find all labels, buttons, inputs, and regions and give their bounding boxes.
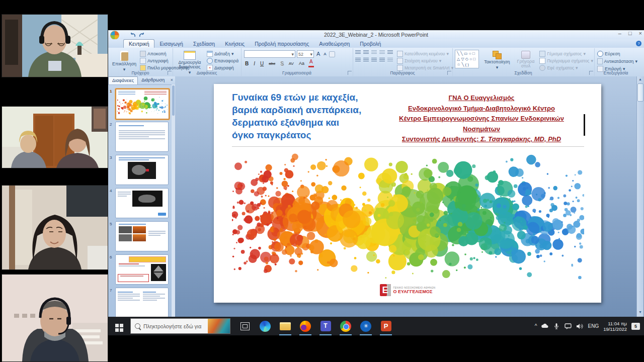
video-feed-4[interactable]	[2, 274, 108, 362]
close-button[interactable]: ×	[639, 30, 642, 36]
drawing-dialog-launcher[interactable]	[589, 71, 593, 75]
letterbox-bottom	[108, 335, 644, 336]
panel-tab-slides[interactable]: Διαφάνειες	[108, 76, 138, 84]
start-button[interactable]	[108, 320, 130, 332]
slide-title: Γυναίκα 69 ετών με καχεξία, βαριά καρδια…	[232, 91, 378, 141]
numbering-button[interactable]	[363, 50, 369, 55]
underline-button[interactable]: U	[259, 60, 265, 67]
chat-icon[interactable]	[565, 323, 572, 329]
onedrive-icon[interactable]	[541, 323, 548, 329]
video-feed-2[interactable]	[2, 106, 108, 168]
tray-expand-icon[interactable]: ^	[535, 323, 537, 329]
group-font: ▾ 52▾ A A B I U abc S AV Aa A	[241, 48, 353, 76]
tab-insert[interactable]: Εισαγωγή	[154, 40, 188, 48]
video-feed-1[interactable]	[2, 14, 108, 77]
tab-home[interactable]: Κεντρική	[123, 39, 154, 48]
align-text-icon	[397, 58, 403, 64]
tab-animations[interactable]: Κινήσεις	[220, 40, 250, 48]
panel-tab-outline[interactable]: Διάρθρωση	[138, 76, 168, 84]
shrink-font-button[interactable]: A	[323, 51, 327, 57]
taskbar-file-explorer[interactable]	[279, 320, 292, 333]
italic-button[interactable]: I	[253, 60, 256, 67]
slide-thumbnail-5[interactable]: 5	[115, 221, 170, 250]
line-spacing-button[interactable]	[387, 50, 393, 55]
replace-icon	[597, 58, 603, 64]
tab-review[interactable]: Αναθεώρηση	[314, 40, 355, 48]
speaker-icon[interactable]	[576, 323, 583, 329]
tab-design[interactable]: Σχεδίαση	[188, 40, 220, 48]
paragraph-dialog-launcher[interactable]	[447, 71, 451, 75]
grow-font-button[interactable]: A	[315, 51, 321, 57]
taskbar-search[interactable]: Πληκτρολογήστε εδώ για	[130, 318, 230, 334]
layout-button[interactable]: Διάταξη▾	[207, 51, 238, 57]
panel-close-icon[interactable]: ×	[169, 76, 175, 84]
clipboard-dialog-launcher[interactable]	[168, 71, 172, 75]
font-size-select[interactable]: 52▾	[297, 50, 314, 58]
shapes-gallery[interactable]: ╲ ╲ ▭ ○ □ △ ▽ ◇ ○ □ ☆ ╲ ( )	[455, 50, 479, 68]
strikethrough-button[interactable]: abc	[268, 60, 276, 67]
shape-outline-button[interactable]: Περίγραμμα σχήματος▾	[539, 58, 593, 64]
hospital-name-large: Ο ΕΥΑΓΓΕΛΙΣΜΟΣ	[393, 289, 436, 294]
language-badge[interactable]: ENG	[588, 323, 599, 329]
slide-thumbnail-6[interactable]: 6	[115, 254, 170, 284]
align-left-button[interactable]	[355, 58, 361, 62]
bold-button[interactable]: B	[244, 60, 250, 67]
taskbar-edge[interactable]	[259, 320, 272, 333]
tab-slideshow[interactable]: Προβολή παρουσίασης	[250, 40, 314, 48]
character-spacing-button[interactable]: AV	[288, 60, 295, 67]
slide-thumbnail-3[interactable]: 3	[115, 155, 170, 184]
microphone-icon[interactable]	[553, 323, 560, 329]
participant-1-video	[2, 15, 108, 77]
rainbow-splatter-graphic	[232, 150, 584, 287]
slide-scrollbar[interactable]: ▲ ▼ ▲ ▼	[636, 76, 643, 328]
slide-thumbnail-2[interactable]: 2	[115, 122, 170, 151]
clear-formatting-button[interactable]	[329, 51, 335, 57]
minimize-button[interactable]: –	[618, 30, 621, 36]
align-text-button[interactable]: Στοίχιση κειμένου▾	[397, 58, 453, 64]
decrease-indent-button[interactable]	[371, 50, 377, 55]
bullets-button[interactable]	[355, 50, 361, 55]
current-slide[interactable]: Γυναίκα 69 ετών με καχεξία, βαριά καρδια…	[214, 84, 601, 303]
search-daily-image[interactable]	[208, 319, 230, 333]
align-center-button[interactable]	[363, 58, 369, 62]
taskbar-webex[interactable]	[359, 320, 372, 333]
notification-center-icon[interactable]: 5	[631, 323, 640, 330]
slide-thumbnail-4[interactable]: 4	[115, 188, 170, 217]
shape-fill-button[interactable]: Γέμισμα σχήματος▾	[539, 51, 593, 57]
tab-view[interactable]: Προβολή	[355, 40, 386, 48]
panel-scrollbar[interactable]	[172, 84, 175, 328]
video-feed-3[interactable]	[2, 185, 108, 270]
increase-indent-button[interactable]	[379, 50, 385, 55]
powerpoint-icon: P	[381, 321, 391, 331]
font-dialog-launcher[interactable]	[348, 71, 352, 75]
ribbon: Επικόλληση▾ Αποκοπή Αντιγραφή Πινέλο μορ…	[108, 48, 644, 77]
align-right-button[interactable]	[371, 58, 377, 62]
shared-screen: 2022_3E_Webinar_2 - Microsoft PowerPoint…	[108, 30, 644, 336]
scroll-down-icon[interactable]: ▼	[637, 309, 643, 315]
taskbar-teams[interactable]: T	[319, 320, 332, 333]
scroll-thumb[interactable]	[637, 83, 643, 102]
replace-button[interactable]: Αντικατάσταση▾	[597, 58, 637, 64]
scroll-up-icon[interactable]: ▲	[637, 76, 643, 82]
maximize-button[interactable]: □	[628, 30, 632, 36]
justify-button[interactable]	[379, 58, 385, 62]
taskbar-chrome[interactable]	[339, 320, 352, 333]
slide-thumbnails: 1 2 3	[108, 84, 172, 328]
columns-button[interactable]	[387, 58, 393, 62]
paste-button[interactable]: Επικόλληση▾	[110, 50, 138, 73]
find-button[interactable]: Εύρεση	[597, 51, 637, 57]
reset-button[interactable]: Επαναφορά	[207, 58, 238, 64]
slide-thumbnail-1[interactable]: 1	[115, 88, 170, 118]
font-color-button[interactable]: A	[308, 59, 314, 67]
task-view-button[interactable]	[238, 320, 252, 333]
font-name-select[interactable]: ▾	[244, 50, 295, 58]
help-icon[interactable]: ?	[636, 41, 641, 46]
text-direction-button[interactable]: Κατεύθυνση κειμένου▾	[397, 51, 453, 57]
text-shadow-button[interactable]: S	[279, 60, 285, 67]
change-case-button[interactable]: Aa	[298, 60, 305, 67]
taskbar-powerpoint[interactable]: P	[379, 320, 392, 333]
taskbar-firefox[interactable]	[299, 320, 312, 333]
taskbar-clock[interactable]: 11:04 πμ 19/11/2022	[603, 321, 627, 332]
arrange-button[interactable]: Τακτοποίηση▾	[482, 50, 512, 71]
slide-thumbnail-7[interactable]: 7	[115, 288, 170, 317]
